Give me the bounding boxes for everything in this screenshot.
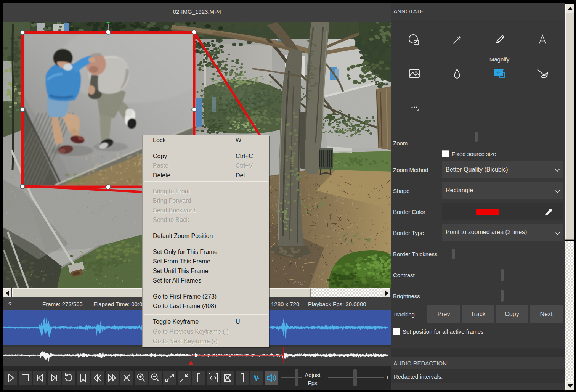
svg-text:+: +: [384, 325, 387, 331]
